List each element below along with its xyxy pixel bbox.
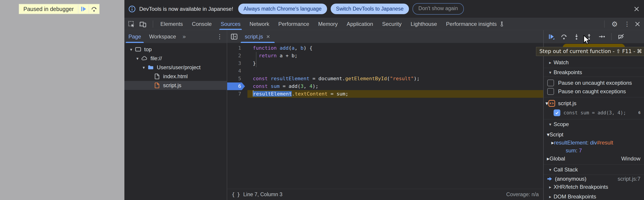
scope-section-header[interactable]: ▾ Scope <box>544 119 644 129</box>
breakpoints-section-header[interactable]: ▾ Breakpoints <box>544 68 644 77</box>
chevron-down-icon[interactable]: ▾ <box>128 47 134 52</box>
scope-group-script[interactable]: ▾ Script <box>544 130 644 139</box>
resume-script-icon[interactable] <box>548 33 555 40</box>
resume-script-button[interactable] <box>78 4 88 13</box>
callstack-frame[interactable]: (anonymous) script.js:7 <box>544 175 644 182</box>
line-number[interactable]: 3 <box>227 59 248 67</box>
editor-tab-scriptjs[interactable]: script.js <box>241 30 275 43</box>
indent-guide <box>256 52 256 67</box>
inspect-element-icon[interactable] <box>128 20 135 28</box>
device-toolbar-icon[interactable] <box>139 20 146 28</box>
chevron-right-icon: ▸ <box>544 60 554 65</box>
code-token: resultElement <box>270 76 309 81</box>
step-into-icon[interactable] <box>573 33 580 40</box>
deactivate-breakpoints-icon[interactable] <box>618 33 625 40</box>
match-language-button[interactable]: Always match Chrome's language <box>238 3 327 14</box>
collapse-sidebar-icon[interactable] <box>230 33 238 40</box>
more-options-icon[interactable]: ⋮ <box>622 20 632 27</box>
pause-uncaught-row[interactable]: Pause on uncaught exceptions <box>544 79 644 87</box>
tree-item-index-html[interactable]: index.html <box>124 72 227 81</box>
tab-security[interactable]: Security <box>378 18 406 30</box>
step-over-button-overlay[interactable] <box>89 4 99 13</box>
tab-application[interactable]: Application <box>342 18 378 30</box>
code-token: = add( <box>280 83 300 89</box>
tab-workspace[interactable]: Workspace <box>145 30 180 43</box>
code-line-3[interactable]: 3} <box>227 59 543 67</box>
tree-item-users-user-project[interactable]: ▾Users/user/project <box>124 63 227 72</box>
dom-breakpoints-header[interactable]: ▸ DOM Breakpoints <box>544 192 644 200</box>
line-number[interactable]: 2 <box>227 52 248 59</box>
notification-close-icon[interactable] <box>633 5 640 12</box>
paused-execution-line[interactable]: resultElement.textContent = sum; <box>248 90 543 98</box>
breakpoint-checkbox[interactable] <box>554 109 560 116</box>
line-number[interactable]: 7 <box>227 90 248 98</box>
step-over-icon[interactable] <box>560 33 568 40</box>
switch-japanese-button[interactable]: Switch DevTools to Japanese <box>331 3 409 14</box>
chevron-down-icon: ▾ <box>544 167 554 172</box>
code-text[interactable]: const sum = add(3, 4); <box>248 82 543 90</box>
pause-caught-checkbox[interactable] <box>547 88 554 95</box>
code-token: ( <box>387 76 390 81</box>
tab-network[interactable]: Network <box>245 18 274 30</box>
callstack-section-header[interactable]: ▾ Call Stack <box>544 165 644 175</box>
xhr-breakpoints-header[interactable]: ▸ XHR/fetch Breakpoints <box>544 182 644 192</box>
code-line-6[interactable]: 6const sum = add(3, 4); <box>227 82 543 90</box>
code-text[interactable]: const resultElement = document.getElemen… <box>248 75 543 82</box>
debugger-toolbar <box>544 30 644 43</box>
code-token: add <box>280 45 288 51</box>
js-file-icon <box>548 100 555 107</box>
code-line-5[interactable]: 5const resultElement = document.getEleme… <box>227 75 543 82</box>
chevron-down-icon[interactable]: ▾ <box>140 65 147 70</box>
more-tabs-icon[interactable]: » <box>180 30 188 43</box>
tab-page[interactable]: Page <box>124 30 145 43</box>
code-token: return <box>259 53 277 58</box>
tab-console[interactable]: Console <box>187 18 216 30</box>
tree-item-top[interactable]: ▾top <box>124 45 227 54</box>
tab-elements[interactable]: Elements <box>156 18 187 30</box>
code-text[interactable] <box>248 67 543 75</box>
code-text[interactable]: function add(a, b) { <box>248 44 543 52</box>
dont-show-again-button[interactable]: Don't show again <box>412 3 464 14</box>
code-line-7[interactable]: 7resultElement.textContent = sum; <box>227 90 543 98</box>
tab-memory[interactable]: Memory <box>314 18 342 30</box>
breakpoint-file-group[interactable]: ▾ script.js <box>544 99 644 108</box>
tab-performance-insights[interactable]: Performance insights <box>442 18 509 30</box>
main-tabs: ElementsConsoleSourcesNetworkPerformance… <box>156 18 509 30</box>
frame-location: script.js:7 <box>618 176 640 182</box>
tab-sources[interactable]: Sources <box>216 18 245 30</box>
scope-group-global[interactable]: ▸ Global Window <box>544 154 644 163</box>
code-token: a <box>292 45 294 51</box>
devtools-close-icon[interactable] <box>634 21 641 27</box>
pretty-print-icon[interactable]: { } <box>232 192 240 198</box>
code-token: sum <box>270 83 280 89</box>
settings-gear-icon[interactable]: ⚙ <box>609 20 620 28</box>
info-icon <box>128 5 136 12</box>
code-line-1[interactable]: 1function add(a, b) { <box>227 44 543 52</box>
scope-var-resultelement[interactable]: ▸ resultElement: div#result <box>544 139 644 147</box>
code-area[interactable]: 1function add(a, b) {2 return a + b;3}45… <box>227 43 543 189</box>
tab-close-icon[interactable] <box>266 34 270 39</box>
tab-performance[interactable]: Performance <box>274 18 314 30</box>
tree-item-script-js[interactable]: script.js <box>124 81 227 90</box>
tab-lighthouse[interactable]: Lighthouse <box>406 18 441 30</box>
tree-item-label: top <box>144 46 152 53</box>
line-number[interactable]: 1 <box>227 44 248 52</box>
code-text[interactable]: } <box>248 59 543 67</box>
breakpoint-entry[interactable]: const sum = add(3, 4); 6 <box>544 108 644 117</box>
line-number[interactable]: 5 <box>227 75 248 82</box>
code-line-2[interactable]: 2 return a + b; <box>227 52 543 59</box>
line-number[interactable]: 4 <box>227 67 248 75</box>
breakpoint-badge[interactable]: 6 <box>227 82 248 90</box>
pause-caught-row[interactable]: Pause on caught exceptions <box>544 87 644 96</box>
step-icon[interactable] <box>598 33 605 40</box>
code-token: a + b; <box>277 53 298 58</box>
chevron-down-icon[interactable]: ▾ <box>134 56 140 61</box>
scope-var-sum[interactable]: sum: 7 <box>544 147 644 154</box>
code-text[interactable]: return a + b; <box>248 52 543 59</box>
navigator-menu-icon[interactable]: ⋮ <box>214 30 225 43</box>
pause-uncaught-checkbox[interactable] <box>547 80 554 86</box>
global-value: Window <box>621 156 640 162</box>
tree-item-file[interactable]: ▾file:// <box>124 54 227 63</box>
code-line-4[interactable]: 4 <box>227 67 543 75</box>
watch-section-header[interactable]: ▸ Watch <box>544 57 644 68</box>
